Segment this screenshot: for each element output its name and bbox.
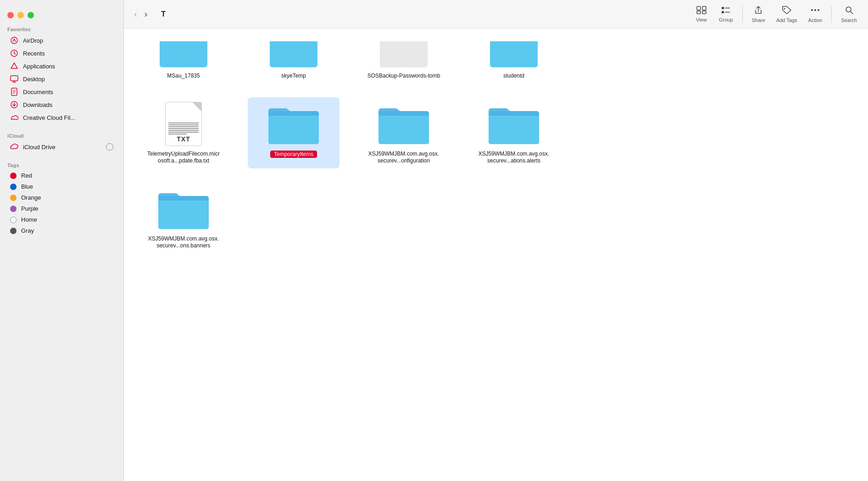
txt-badge: TXT bbox=[177, 135, 190, 143]
file-item-xsj2[interactable]: XSJ59WMJBM.com.avg.osx.securev...ations.… bbox=[468, 97, 560, 168]
folder-icon-wrap bbox=[376, 41, 431, 69]
file-name-badge: TemporaryItems bbox=[270, 151, 317, 158]
sidebar-item-tag-orange[interactable]: Orange bbox=[3, 192, 121, 203]
folder-icon-wrap bbox=[266, 41, 321, 69]
maximize-button[interactable] bbox=[28, 12, 34, 18]
sidebar-item-label: iCloud Drive bbox=[23, 144, 56, 151]
red-tag-dot bbox=[10, 173, 17, 179]
creative-cloud-icon bbox=[10, 113, 18, 122]
folder-icon bbox=[376, 102, 431, 146]
group-label: Group bbox=[719, 17, 733, 22]
share-button[interactable]: Share bbox=[748, 4, 769, 25]
sidebar-item-label: Desktop bbox=[23, 76, 45, 83]
file-name: XSJ59WMJBM.com.avg.osx.securev...ons.ban… bbox=[147, 235, 220, 250]
view-icon bbox=[696, 6, 707, 16]
airdrop-icon bbox=[10, 36, 18, 45]
sidebar-item-tag-blue[interactable]: Blue bbox=[3, 181, 121, 192]
file-item-sosbackup[interactable]: SOSBackup-Passwords-tomb bbox=[358, 38, 450, 84]
view-label: View bbox=[696, 17, 707, 22]
svg-rect-14 bbox=[702, 11, 706, 14]
favorites-label: Favorites bbox=[0, 23, 123, 34]
sidebar-item-applications[interactable]: Applications bbox=[3, 60, 121, 72]
file-name: XSJ59WMJBM.com.avg.osx.securev...ations.… bbox=[477, 151, 551, 165]
sidebar-item-label: Gray bbox=[21, 227, 34, 234]
icloud-label: iCloud bbox=[0, 129, 123, 140]
folder-icon bbox=[266, 41, 321, 69]
sidebar-item-tag-gray[interactable]: Gray bbox=[3, 225, 121, 236]
folder-icon-wrap bbox=[156, 186, 211, 232]
search-button[interactable]: Search bbox=[837, 4, 861, 25]
forward-button[interactable]: › bbox=[142, 7, 150, 21]
sidebar-item-tag-home[interactable]: Home bbox=[3, 214, 121, 225]
file-item-msau[interactable]: MSau_17835 bbox=[138, 38, 229, 84]
purple-tag-dot bbox=[10, 206, 17, 212]
sidebar-item-downloads[interactable]: Downloads bbox=[3, 99, 121, 111]
sidebar-item-tag-red[interactable]: Red bbox=[3, 170, 121, 181]
file-area: MSau_17835 skyeTemp bbox=[124, 28, 868, 481]
gray-tag-dot bbox=[10, 228, 17, 234]
share-icon bbox=[754, 6, 763, 16]
window-controls bbox=[0, 6, 123, 23]
file-name: skyeTemp bbox=[281, 73, 306, 80]
back-button[interactable]: ‹ bbox=[131, 7, 140, 21]
view-button[interactable]: View bbox=[691, 4, 712, 24]
folder-icon-wrap bbox=[486, 41, 541, 69]
action-button[interactable]: Action bbox=[805, 4, 826, 25]
folder-icon bbox=[266, 102, 321, 146]
group-icon bbox=[721, 6, 731, 16]
file-item-xsj3[interactable]: XSJ59WMJBM.com.avg.osx.securev...ons.ban… bbox=[138, 182, 229, 253]
sidebar-item-icloud-drive[interactable]: iCloud Drive bbox=[3, 141, 121, 153]
sidebar-item-documents[interactable]: Documents bbox=[3, 86, 121, 98]
recents-icon bbox=[10, 49, 18, 57]
share-label: Share bbox=[752, 17, 765, 23]
action-icon bbox=[810, 6, 820, 16]
file-item-skyetemp[interactable]: skyeTemp bbox=[248, 38, 339, 84]
search-label: Search bbox=[841, 17, 857, 23]
file-name: TelemetryUploadFilecom.microsoft.a...pda… bbox=[147, 151, 220, 165]
file-grid: MSau_17835 skyeTemp bbox=[138, 38, 854, 253]
folder-icon-wrap bbox=[266, 101, 321, 147]
tags-label: Tags bbox=[0, 159, 123, 170]
toolbar-divider bbox=[742, 6, 743, 22]
documents-icon bbox=[10, 88, 18, 96]
sync-icon bbox=[106, 143, 113, 151]
sidebar-item-airdrop[interactable]: AirDrop bbox=[3, 34, 121, 46]
sidebar-item-label: Blue bbox=[21, 183, 33, 190]
svg-point-21 bbox=[814, 9, 816, 11]
toolbar: ‹ › T View Group Share bbox=[124, 0, 868, 28]
svg-point-22 bbox=[818, 9, 819, 11]
svg-rect-15 bbox=[722, 7, 724, 9]
close-button[interactable] bbox=[7, 12, 14, 18]
file-item-temporaryitems[interactable]: TemporaryItems bbox=[248, 97, 339, 168]
sidebar-item-label: Purple bbox=[21, 205, 39, 212]
svg-rect-16 bbox=[722, 11, 724, 13]
file-name: XSJ59WMJBM.com.avg.osx.securev...onfigur… bbox=[367, 151, 440, 165]
txt-file-icon: TXT bbox=[165, 102, 202, 146]
folder-icon bbox=[156, 41, 211, 69]
add-tags-icon bbox=[782, 6, 792, 16]
add-tags-button[interactable]: Add Tags bbox=[773, 4, 801, 25]
folder-icon bbox=[156, 187, 211, 231]
blue-tag-dot bbox=[10, 184, 17, 190]
sidebar-item-label: AirDrop bbox=[23, 37, 43, 44]
minimize-button[interactable] bbox=[17, 12, 24, 18]
sidebar-item-label: Recents bbox=[23, 50, 45, 57]
file-name: MSau_17835 bbox=[167, 73, 200, 80]
svg-point-0 bbox=[11, 37, 17, 44]
file-item-telemetry[interactable]: TXT TelemetryUploadFilecom.microsoft.a..… bbox=[138, 97, 229, 168]
desktop-icon bbox=[10, 75, 18, 83]
sidebar-item-creative-cloud[interactable]: Creative Cloud Fil... bbox=[3, 112, 121, 123]
group-button[interactable]: Group bbox=[715, 4, 737, 24]
svg-rect-11 bbox=[697, 6, 701, 10]
txt-icon-wrap: TXT bbox=[156, 101, 211, 147]
file-item-studentd[interactable]: studentd bbox=[468, 38, 560, 84]
svg-point-20 bbox=[811, 9, 813, 11]
add-tags-label: Add Tags bbox=[776, 17, 797, 23]
sidebar-item-tag-purple[interactable]: Purple bbox=[3, 203, 121, 214]
sidebar-item-recents[interactable]: Recents bbox=[3, 47, 121, 59]
sidebar-item-desktop[interactable]: Desktop bbox=[3, 73, 121, 85]
svg-rect-12 bbox=[702, 6, 706, 10]
file-item-xsj1[interactable]: XSJ59WMJBM.com.avg.osx.securev...onfigur… bbox=[358, 97, 450, 168]
folder-icon bbox=[486, 102, 541, 146]
orange-tag-dot bbox=[10, 195, 17, 201]
